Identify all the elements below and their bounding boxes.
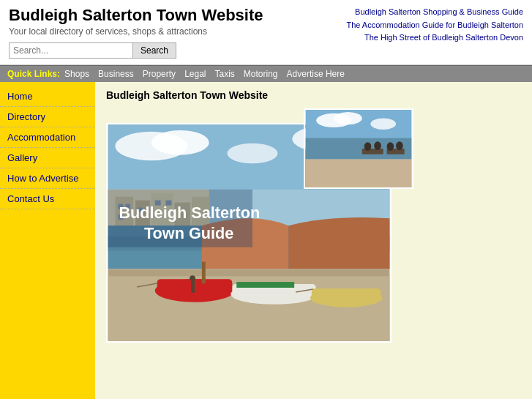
svg-point-8 xyxy=(364,142,372,151)
header-link-1[interactable]: Budleigh Salterton Shopping & Business G… xyxy=(346,6,523,19)
svg-point-10 xyxy=(387,142,394,151)
svg-point-44 xyxy=(190,275,195,281)
sidebar-item-home[interactable]: Home xyxy=(0,86,95,107)
header-right: Budleigh Salterton Shopping & Business G… xyxy=(346,6,523,45)
search-bar: Search xyxy=(9,42,263,59)
header-left: Budleigh Salterton Town Website Your loc… xyxy=(9,6,263,59)
site-title: Budleigh Salterton Town Website xyxy=(9,6,263,25)
svg-rect-37 xyxy=(202,261,206,283)
search-input[interactable] xyxy=(9,42,133,59)
svg-rect-43 xyxy=(191,280,195,293)
content-title: Budleigh Salterton Town Website xyxy=(106,89,521,101)
header-link-3[interactable]: The High Street of Budleigh Salterton De… xyxy=(346,31,523,45)
hero-image-collage: Budleigh Salterton Town Guide xyxy=(106,108,413,343)
svg-rect-40 xyxy=(236,282,294,288)
quicklink-advertise[interactable]: Advertise Here xyxy=(287,69,345,79)
svg-rect-42 xyxy=(312,288,381,298)
sidebar-item-directory[interactable]: Directory xyxy=(0,107,95,127)
quicklink-property[interactable]: Property xyxy=(143,69,176,79)
quicklink-business[interactable]: Business xyxy=(98,69,134,79)
header-link-2[interactable]: The Accommodation Guide for Budleigh Sal… xyxy=(346,19,523,32)
quick-links-bar: Quick Links: Shops Business Property Leg… xyxy=(0,65,532,82)
svg-point-9 xyxy=(374,141,381,150)
sidebar-item-accommodation[interactable]: Accommodation xyxy=(0,127,95,148)
sidebar: Home Directory Accommodation Gallery How… xyxy=(0,82,95,399)
search-button[interactable]: Search xyxy=(133,42,176,59)
quicklink-motoring[interactable]: Motoring xyxy=(244,69,278,79)
sidebar-item-advertise[interactable]: How to Advertise xyxy=(0,168,95,189)
sidebar-item-contact[interactable]: Contact Us xyxy=(0,189,95,209)
svg-point-16 xyxy=(227,143,277,164)
sidebar-item-gallery[interactable]: Gallery xyxy=(0,148,95,168)
main-layout: Home Directory Accommodation Gallery How… xyxy=(0,82,532,399)
svg-text:Budleigh Salterton: Budleigh Salterton xyxy=(119,204,260,222)
svg-text:Town Guide: Town Guide xyxy=(144,224,233,242)
svg-point-5 xyxy=(370,119,396,130)
svg-rect-2 xyxy=(306,159,412,187)
main-content: Budleigh Salterton Town Website xyxy=(95,82,532,399)
quicklink-legal[interactable]: Legal xyxy=(184,69,206,79)
svg-point-15 xyxy=(151,130,209,155)
quicklink-shops[interactable]: Shops xyxy=(64,69,89,79)
site-subtitle: Your local directory of services, shops … xyxy=(9,26,263,37)
corner-image xyxy=(304,108,413,189)
quick-links-label: Quick Links: xyxy=(7,69,60,79)
svg-point-4 xyxy=(334,112,362,124)
svg-point-11 xyxy=(396,141,403,150)
page-header: Budleigh Salterton Town Website Your loc… xyxy=(0,0,532,65)
quicklink-taxis[interactable]: Taxis xyxy=(215,69,235,79)
